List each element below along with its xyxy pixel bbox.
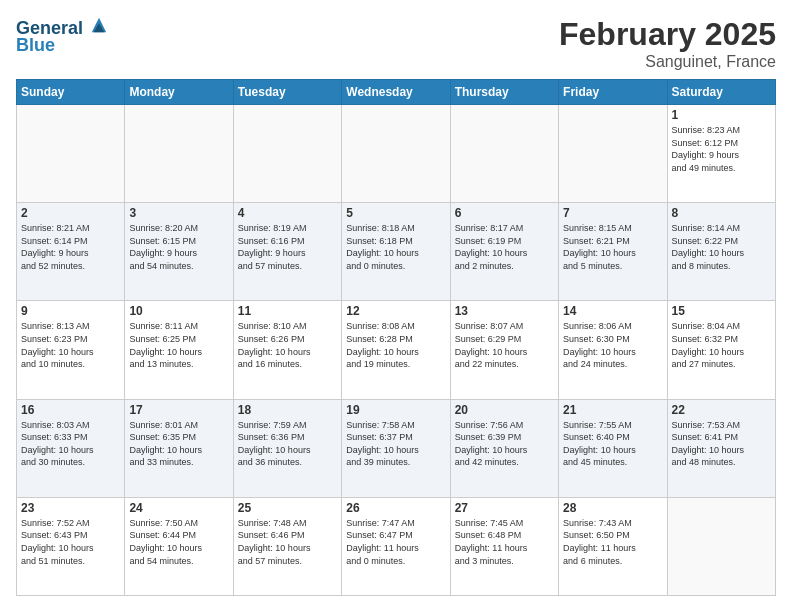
calendar-cell: 19Sunrise: 7:58 AM Sunset: 6:37 PM Dayli… bbox=[342, 399, 450, 497]
calendar-cell: 25Sunrise: 7:48 AM Sunset: 6:46 PM Dayli… bbox=[233, 497, 341, 595]
col-saturday: Saturday bbox=[667, 80, 775, 105]
calendar-cell: 20Sunrise: 7:56 AM Sunset: 6:39 PM Dayli… bbox=[450, 399, 558, 497]
logo-icon bbox=[90, 16, 108, 34]
day-info: Sunrise: 7:48 AM Sunset: 6:46 PM Dayligh… bbox=[238, 517, 337, 567]
day-info: Sunrise: 7:45 AM Sunset: 6:48 PM Dayligh… bbox=[455, 517, 554, 567]
calendar-cell: 12Sunrise: 8:08 AM Sunset: 6:28 PM Dayli… bbox=[342, 301, 450, 399]
day-info: Sunrise: 8:15 AM Sunset: 6:21 PM Dayligh… bbox=[563, 222, 662, 272]
calendar-cell bbox=[233, 105, 341, 203]
day-number: 24 bbox=[129, 501, 228, 515]
day-number: 26 bbox=[346, 501, 445, 515]
calendar-week-3: 9Sunrise: 8:13 AM Sunset: 6:23 PM Daylig… bbox=[17, 301, 776, 399]
calendar-week-4: 16Sunrise: 8:03 AM Sunset: 6:33 PM Dayli… bbox=[17, 399, 776, 497]
day-number: 25 bbox=[238, 501, 337, 515]
day-info: Sunrise: 8:14 AM Sunset: 6:22 PM Dayligh… bbox=[672, 222, 771, 272]
day-number: 2 bbox=[21, 206, 120, 220]
day-number: 23 bbox=[21, 501, 120, 515]
calendar-week-1: 1Sunrise: 8:23 AM Sunset: 6:12 PM Daylig… bbox=[17, 105, 776, 203]
calendar-cell: 28Sunrise: 7:43 AM Sunset: 6:50 PM Dayli… bbox=[559, 497, 667, 595]
day-info: Sunrise: 8:06 AM Sunset: 6:30 PM Dayligh… bbox=[563, 320, 662, 370]
day-info: Sunrise: 7:56 AM Sunset: 6:39 PM Dayligh… bbox=[455, 419, 554, 469]
calendar-cell: 17Sunrise: 8:01 AM Sunset: 6:35 PM Dayli… bbox=[125, 399, 233, 497]
calendar-cell: 27Sunrise: 7:45 AM Sunset: 6:48 PM Dayli… bbox=[450, 497, 558, 595]
calendar-cell: 7Sunrise: 8:15 AM Sunset: 6:21 PM Daylig… bbox=[559, 203, 667, 301]
calendar-week-2: 2Sunrise: 8:21 AM Sunset: 6:14 PM Daylig… bbox=[17, 203, 776, 301]
calendar-cell: 18Sunrise: 7:59 AM Sunset: 6:36 PM Dayli… bbox=[233, 399, 341, 497]
day-info: Sunrise: 8:04 AM Sunset: 6:32 PM Dayligh… bbox=[672, 320, 771, 370]
day-number: 8 bbox=[672, 206, 771, 220]
day-info: Sunrise: 8:13 AM Sunset: 6:23 PM Dayligh… bbox=[21, 320, 120, 370]
calendar-week-5: 23Sunrise: 7:52 AM Sunset: 6:43 PM Dayli… bbox=[17, 497, 776, 595]
day-info: Sunrise: 7:47 AM Sunset: 6:47 PM Dayligh… bbox=[346, 517, 445, 567]
calendar-cell: 21Sunrise: 7:55 AM Sunset: 6:40 PM Dayli… bbox=[559, 399, 667, 497]
day-number: 4 bbox=[238, 206, 337, 220]
day-number: 16 bbox=[21, 403, 120, 417]
calendar-cell: 5Sunrise: 8:18 AM Sunset: 6:18 PM Daylig… bbox=[342, 203, 450, 301]
day-number: 27 bbox=[455, 501, 554, 515]
calendar-subtitle: Sanguinet, France bbox=[559, 53, 776, 71]
calendar-cell: 22Sunrise: 7:53 AM Sunset: 6:41 PM Dayli… bbox=[667, 399, 775, 497]
calendar-cell: 3Sunrise: 8:20 AM Sunset: 6:15 PM Daylig… bbox=[125, 203, 233, 301]
day-number: 11 bbox=[238, 304, 337, 318]
day-info: Sunrise: 7:50 AM Sunset: 6:44 PM Dayligh… bbox=[129, 517, 228, 567]
day-number: 15 bbox=[672, 304, 771, 318]
calendar-cell: 11Sunrise: 8:10 AM Sunset: 6:26 PM Dayli… bbox=[233, 301, 341, 399]
day-number: 18 bbox=[238, 403, 337, 417]
day-number: 20 bbox=[455, 403, 554, 417]
day-info: Sunrise: 7:58 AM Sunset: 6:37 PM Dayligh… bbox=[346, 419, 445, 469]
calendar-cell: 6Sunrise: 8:17 AM Sunset: 6:19 PM Daylig… bbox=[450, 203, 558, 301]
day-info: Sunrise: 7:52 AM Sunset: 6:43 PM Dayligh… bbox=[21, 517, 120, 567]
day-number: 1 bbox=[672, 108, 771, 122]
day-info: Sunrise: 7:43 AM Sunset: 6:50 PM Dayligh… bbox=[563, 517, 662, 567]
col-wednesday: Wednesday bbox=[342, 80, 450, 105]
calendar-cell bbox=[17, 105, 125, 203]
calendar-cell: 24Sunrise: 7:50 AM Sunset: 6:44 PM Dayli… bbox=[125, 497, 233, 595]
col-thursday: Thursday bbox=[450, 80, 558, 105]
day-info: Sunrise: 8:07 AM Sunset: 6:29 PM Dayligh… bbox=[455, 320, 554, 370]
day-info: Sunrise: 8:19 AM Sunset: 6:16 PM Dayligh… bbox=[238, 222, 337, 272]
day-number: 9 bbox=[21, 304, 120, 318]
title-block: February 2025 Sanguinet, France bbox=[559, 16, 776, 71]
day-number: 7 bbox=[563, 206, 662, 220]
day-number: 14 bbox=[563, 304, 662, 318]
day-number: 10 bbox=[129, 304, 228, 318]
day-info: Sunrise: 8:23 AM Sunset: 6:12 PM Dayligh… bbox=[672, 124, 771, 174]
page: General Blue February 2025 Sanguinet, Fr… bbox=[0, 0, 792, 612]
calendar-cell: 13Sunrise: 8:07 AM Sunset: 6:29 PM Dayli… bbox=[450, 301, 558, 399]
day-number: 17 bbox=[129, 403, 228, 417]
calendar-cell: 2Sunrise: 8:21 AM Sunset: 6:14 PM Daylig… bbox=[17, 203, 125, 301]
day-number: 21 bbox=[563, 403, 662, 417]
day-info: Sunrise: 8:08 AM Sunset: 6:28 PM Dayligh… bbox=[346, 320, 445, 370]
calendar-header-row: Sunday Monday Tuesday Wednesday Thursday… bbox=[17, 80, 776, 105]
calendar-cell bbox=[342, 105, 450, 203]
calendar-cell: 10Sunrise: 8:11 AM Sunset: 6:25 PM Dayli… bbox=[125, 301, 233, 399]
logo: General Blue bbox=[16, 16, 108, 56]
calendar-cell: 15Sunrise: 8:04 AM Sunset: 6:32 PM Dayli… bbox=[667, 301, 775, 399]
calendar-cell: 9Sunrise: 8:13 AM Sunset: 6:23 PM Daylig… bbox=[17, 301, 125, 399]
calendar-cell bbox=[450, 105, 558, 203]
day-number: 6 bbox=[455, 206, 554, 220]
day-number: 5 bbox=[346, 206, 445, 220]
day-info: Sunrise: 8:03 AM Sunset: 6:33 PM Dayligh… bbox=[21, 419, 120, 469]
col-monday: Monday bbox=[125, 80, 233, 105]
day-number: 28 bbox=[563, 501, 662, 515]
calendar-cell: 26Sunrise: 7:47 AM Sunset: 6:47 PM Dayli… bbox=[342, 497, 450, 595]
calendar-table: Sunday Monday Tuesday Wednesday Thursday… bbox=[16, 79, 776, 596]
day-info: Sunrise: 8:21 AM Sunset: 6:14 PM Dayligh… bbox=[21, 222, 120, 272]
calendar-cell: 23Sunrise: 7:52 AM Sunset: 6:43 PM Dayli… bbox=[17, 497, 125, 595]
day-info: Sunrise: 8:11 AM Sunset: 6:25 PM Dayligh… bbox=[129, 320, 228, 370]
col-tuesday: Tuesday bbox=[233, 80, 341, 105]
day-info: Sunrise: 8:10 AM Sunset: 6:26 PM Dayligh… bbox=[238, 320, 337, 370]
header: General Blue February 2025 Sanguinet, Fr… bbox=[16, 16, 776, 71]
calendar-cell bbox=[559, 105, 667, 203]
day-number: 3 bbox=[129, 206, 228, 220]
day-number: 12 bbox=[346, 304, 445, 318]
col-friday: Friday bbox=[559, 80, 667, 105]
day-info: Sunrise: 8:20 AM Sunset: 6:15 PM Dayligh… bbox=[129, 222, 228, 272]
day-number: 13 bbox=[455, 304, 554, 318]
day-info: Sunrise: 7:59 AM Sunset: 6:36 PM Dayligh… bbox=[238, 419, 337, 469]
calendar-title: February 2025 bbox=[559, 16, 776, 53]
day-number: 19 bbox=[346, 403, 445, 417]
calendar-cell bbox=[125, 105, 233, 203]
day-info: Sunrise: 7:53 AM Sunset: 6:41 PM Dayligh… bbox=[672, 419, 771, 469]
